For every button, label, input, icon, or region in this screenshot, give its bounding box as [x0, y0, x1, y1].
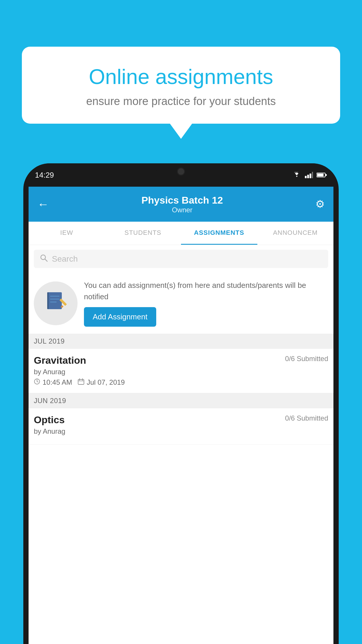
assignment-item-optics[interactable]: Optics 0/6 Submitted by Anurag: [29, 408, 333, 444]
tab-iew[interactable]: IEW: [29, 222, 105, 245]
section-divider-jul2019: JUL 2019: [29, 334, 333, 349]
speech-bubble-container: Online assignments ensure more practice …: [22, 47, 340, 139]
settings-icon[interactable]: ⚙: [315, 198, 325, 210]
wifi-icon: [292, 172, 301, 178]
svg-rect-1: [307, 175, 309, 178]
search-container: Search: [29, 245, 333, 273]
search-icon: [40, 254, 48, 264]
tabs-bar: IEW STUDENTS ASSIGNMENTS ANNOUNCEM: [29, 222, 333, 245]
assignment-top-optics: Optics 0/6 Submitted: [34, 414, 328, 426]
speech-bubble: Online assignments ensure more practice …: [22, 47, 340, 124]
svg-rect-9: [48, 292, 62, 309]
svg-rect-5: [317, 174, 324, 176]
assignment-author: by Anurag: [34, 368, 328, 376]
svg-rect-3: [312, 172, 313, 178]
calendar-icon: [78, 378, 84, 386]
svg-line-8: [45, 259, 47, 261]
svg-rect-6: [326, 174, 327, 176]
add-assignment-promo: You can add assignment(s) from here and …: [29, 273, 333, 334]
speech-bubble-subtitle: ensure more practice for your students: [42, 95, 320, 108]
assignment-date: Jul 07, 2019: [87, 378, 125, 386]
assignment-title-optics: Optics: [34, 414, 65, 426]
tab-students[interactable]: STUDENTS: [105, 222, 181, 245]
svg-rect-11: [50, 296, 59, 297]
assignment-top: Gravitation 0/6 Submitted: [34, 355, 328, 366]
header-title: Physics Batch 12: [141, 195, 223, 206]
promo-text: You can add assignment(s) from here and …: [84, 280, 328, 302]
header-center: Physics Batch 12 Owner: [141, 195, 223, 214]
camera: [177, 167, 185, 176]
svg-rect-19: [78, 379, 84, 384]
app-header: ← Physics Batch 12 Owner ⚙: [29, 187, 333, 222]
tab-assignments[interactable]: ASSIGNMENTS: [181, 222, 257, 245]
svg-line-18: [37, 382, 38, 382]
assignment-submitted-optics: 0/6 Submitted: [285, 414, 328, 422]
signal-icon: [305, 172, 313, 178]
tab-announcements[interactable]: ANNOUNCEM: [257, 222, 334, 245]
svg-rect-12: [50, 299, 59, 300]
promo-icon-circle: [34, 281, 78, 325]
phone-notch: [155, 163, 207, 179]
battery-icon: [317, 172, 327, 178]
clock-icon: [34, 378, 40, 386]
add-assignment-button[interactable]: Add Assignment: [84, 307, 156, 327]
assignment-author-optics: by Anurag: [34, 427, 328, 435]
section-divider-jun2019: JUN 2019: [29, 393, 333, 408]
status-icons: [292, 172, 327, 178]
assignment-meta: 10:45 AM Jul 07, 2019: [34, 378, 328, 386]
promo-content: You can add assignment(s) from here and …: [84, 280, 328, 327]
svg-rect-0: [305, 176, 307, 178]
svg-rect-2: [310, 174, 311, 178]
svg-rect-13: [50, 302, 57, 302]
assignment-title: Gravitation: [34, 355, 86, 366]
status-time: 14:29: [35, 171, 54, 180]
phone-frame: 14:29 ←: [23, 163, 339, 644]
search-placeholder: Search: [52, 254, 78, 264]
search-bar[interactable]: Search: [34, 250, 328, 268]
phone-screen: ← Physics Batch 12 Owner ⚙ IEW STUDENTS …: [29, 187, 333, 644]
header-subtitle: Owner: [141, 206, 223, 214]
assignment-submitted: 0/6 Submitted: [285, 355, 328, 363]
meta-date: Jul 07, 2019: [78, 378, 125, 386]
meta-time: 10:45 AM: [34, 378, 72, 386]
assignment-time: 10:45 AM: [43, 378, 72, 386]
svg-rect-10: [47, 292, 49, 309]
back-button[interactable]: ←: [37, 198, 49, 211]
speech-bubble-title: Online assignments: [42, 64, 320, 89]
assignment-item-gravitation[interactable]: Gravitation 0/6 Submitted by Anurag 10:4…: [29, 349, 333, 393]
notebook-icon: [45, 290, 67, 316]
speech-bubble-arrow: [170, 124, 192, 139]
